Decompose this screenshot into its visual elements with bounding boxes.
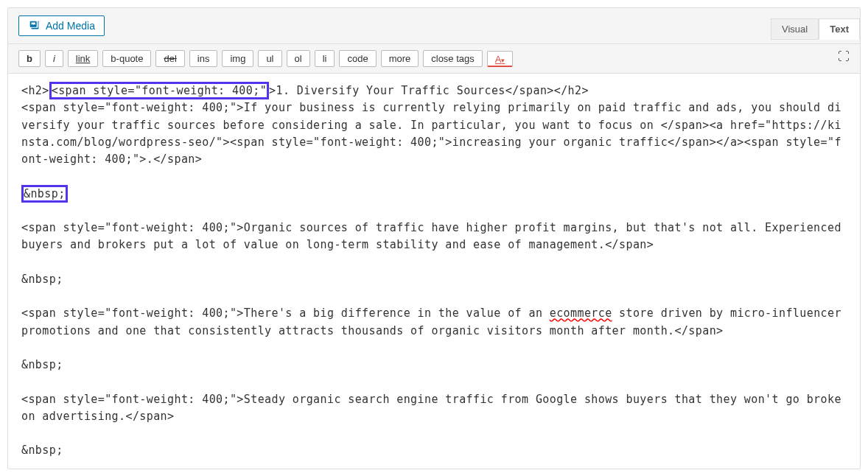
media-icon <box>28 19 41 32</box>
code-text: &nbsp; <box>21 444 63 457</box>
qt-more-button[interactable]: more <box>381 50 419 67</box>
qt-italic-button[interactable]: i <box>45 50 63 67</box>
code-text: &nbsp; <box>21 358 63 371</box>
code-text: <span style="font-weight: 400;">Steady o… <box>21 393 848 423</box>
qt-ins-button[interactable]: ins <box>189 50 218 67</box>
qt-link-button[interactable]: link <box>68 50 99 67</box>
qt-blockquote-button[interactable]: b-quote <box>102 50 151 67</box>
qt-code-button[interactable]: code <box>339 50 376 67</box>
code-text: >1. Diversify Your Traffic Sources</span… <box>269 84 589 97</box>
text-editor-area[interactable]: <h2><span style="font-weight: 400;">1. D… <box>8 74 860 469</box>
tab-text[interactable]: Text <box>819 18 860 40</box>
qt-bold-button[interactable]: b <box>18 50 41 67</box>
code-text: <span style="font-weight: 400;">There's … <box>21 306 550 320</box>
highlighted-nbsp: &nbsp; <box>21 185 68 203</box>
qt-img-button[interactable]: img <box>222 50 253 67</box>
editor-top-bar: Add Media Visual Text <box>8 8 860 44</box>
editor-tabs: Visual Text <box>771 18 860 40</box>
quicktags-toolbar: b i link b-quote del ins img ul ol li co… <box>8 44 860 74</box>
spellcheck-underline: ecommerce <box>550 306 612 320</box>
qt-ol-button[interactable]: ol <box>287 50 310 67</box>
code-text: <h2> <box>21 84 49 97</box>
dropdown-caret-icon: ▾ <box>501 57 505 64</box>
code-text: <span style="font-weight: 400;">If your … <box>21 101 841 166</box>
add-media-label: Add Media <box>46 20 95 32</box>
highlighted-span-tag: <span style="font-weight: 400;" <box>49 82 269 99</box>
code-text: &nbsp; <box>21 273 63 286</box>
code-text: <span style="font-weight: 400;">Organic … <box>21 221 848 251</box>
qt-del-button[interactable]: del <box>155 50 184 67</box>
qt-text-color-button[interactable]: A▾ <box>487 51 514 67</box>
qt-li-button[interactable]: li <box>315 50 335 67</box>
qt-ul-button[interactable]: ul <box>258 50 281 67</box>
add-media-button[interactable]: Add Media <box>18 15 105 36</box>
wp-classic-editor: Add Media Visual Text b i link b-quote d… <box>7 7 861 469</box>
qt-close-tags-button[interactable]: close tags <box>423 50 483 67</box>
fullscreen-toggle-icon[interactable]: ⛶ <box>838 50 850 63</box>
tab-visual[interactable]: Visual <box>771 18 819 40</box>
